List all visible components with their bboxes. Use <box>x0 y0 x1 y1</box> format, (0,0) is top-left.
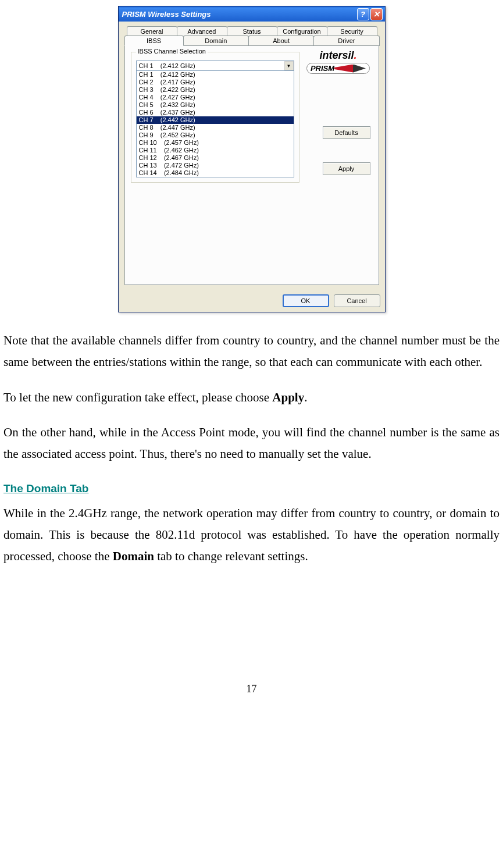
channel-option[interactable]: CH 8 (2.447 GHz) <box>137 124 294 131</box>
channel-option[interactable]: CH 3 (2.422 GHz) <box>137 86 294 94</box>
channel-option[interactable]: CH 1 (2.412 GHz) <box>137 71 294 79</box>
intersil-logo: intersil. <box>304 49 373 62</box>
defaults-button[interactable]: Defaults <box>323 126 370 139</box>
channel-option[interactable]: CH 7 (2.442 GHz) <box>137 116 294 124</box>
prism-logo: PRISM <box>306 63 370 74</box>
channel-option[interactable]: CH 6 (2.437 GHz) <box>137 109 294 116</box>
tab-security[interactable]: Security <box>327 26 377 36</box>
tabs-front-row: IBSS Domain About Driver <box>124 35 379 46</box>
tab-status[interactable]: Status <box>227 26 277 36</box>
tab-advanced[interactable]: Advanced <box>177 26 227 36</box>
tab-ibss[interactable]: IBSS <box>124 35 184 46</box>
paragraph-1: Note that the available channels differ … <box>3 330 500 373</box>
channel-option[interactable]: CH 4 (2.427 GHz) <box>137 94 294 101</box>
channel-combobox[interactable]: CH 1 (2.412 GHz) ▼ <box>136 61 294 71</box>
cancel-button[interactable]: Cancel <box>334 294 380 307</box>
ibss-channel-groupbox: IBSS Channel Selection CH 1 (2.412 GHz) … <box>131 52 299 183</box>
dialog-buttons: OK Cancel <box>119 291 385 312</box>
tab-driver[interactable]: Driver <box>313 35 379 46</box>
paragraph-4: While in the 2.4GHz range, the network o… <box>3 503 500 567</box>
channel-option[interactable]: CH 9 (2.452 GHz) <box>137 131 294 139</box>
channel-option[interactable]: CH 5 (2.432 GHz) <box>137 101 294 109</box>
chevron-down-icon: ▼ <box>287 63 291 69</box>
paragraph-3: On the other hand, while in the Access P… <box>3 422 500 465</box>
groupbox-legend: IBSS Channel Selection <box>136 48 208 55</box>
tab-panel: IBSS Channel Selection CH 1 (2.412 GHz) … <box>124 45 379 285</box>
channel-option[interactable]: CH 13 (2.472 GHz) <box>137 162 294 169</box>
close-button[interactable]: ✕ <box>370 8 383 20</box>
page-number: 17 <box>0 683 503 695</box>
tab-about[interactable]: About <box>248 35 314 46</box>
channel-option[interactable]: CH 14 (2.484 GHz) <box>137 169 294 177</box>
channel-option[interactable]: CH 2 (2.417 GHz) <box>137 79 294 86</box>
combo-selected-text: CH 1 (2.412 GHz) <box>137 62 284 69</box>
help-button[interactable]: ? <box>357 8 369 20</box>
combo-dropdown-button[interactable]: ▼ <box>284 61 294 70</box>
brand-logo: intersil. PRISM <box>304 49 373 74</box>
heading-domain-tab: The Domain Tab <box>3 479 500 498</box>
document-body: Note that the available channels differ … <box>0 330 503 567</box>
apply-button[interactable]: Apply <box>323 162 370 175</box>
window-title: PRISM Wireless Settings <box>121 10 356 19</box>
tabs-back-row: General Advanced Status Configuration Se… <box>127 26 377 36</box>
channel-option[interactable]: CH 11 (2.462 GHz) <box>137 147 294 154</box>
channel-option[interactable]: CH 12 (2.467 GHz) <box>137 154 294 162</box>
paragraph-2: To let the new configuration take effect… <box>3 387 500 408</box>
close-icon: ✕ <box>373 10 380 19</box>
channel-option[interactable]: CH 10 (2.457 GHz) <box>137 139 294 147</box>
prism-settings-dialog: PRISM Wireless Settings ? ✕ General Adva… <box>118 6 386 312</box>
titlebar[interactable]: PRISM Wireless Settings ? ✕ <box>119 6 385 22</box>
tab-general[interactable]: General <box>127 26 177 36</box>
tab-domain[interactable]: Domain <box>183 35 249 46</box>
tab-configuration[interactable]: Configuration <box>277 26 327 36</box>
ok-button[interactable]: OK <box>283 294 329 307</box>
channel-listbox[interactable]: CH 1 (2.412 GHz)CH 2 (2.417 GHz)CH 3 (2.… <box>136 71 294 177</box>
